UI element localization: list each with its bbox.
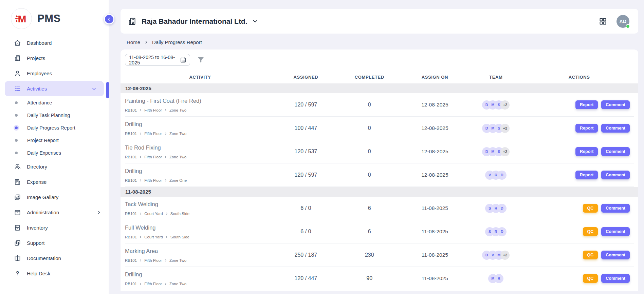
svg-text:M: M bbox=[18, 13, 26, 24]
actions-cell: QCComment bbox=[525, 227, 634, 236]
path-segment: Zone Two bbox=[169, 155, 186, 159]
sidebar-subitem-label: Daily Progress Report bbox=[27, 125, 75, 131]
activity-location-path: RB101Fifth FloorZone One bbox=[125, 178, 275, 182]
column-header-completed: COMPLETED bbox=[336, 75, 403, 80]
bullet-dot-icon bbox=[15, 152, 18, 154]
sidebar-subitem-label: Project Report bbox=[27, 138, 59, 143]
sidebar-item-directory[interactable]: Directory bbox=[0, 159, 109, 174]
sidebar-item-help-desk[interactable]: ?Help Desk bbox=[0, 266, 109, 281]
company-name: Raja Bahadur International Ltd. bbox=[142, 17, 247, 25]
sidebar-item-label: Image Gallary bbox=[27, 194, 109, 200]
sidebar-item-dashboard[interactable]: Dashboard bbox=[0, 35, 109, 51]
assign-on-date: 11-08-2025 bbox=[403, 252, 467, 258]
filter-row: 11-08-2025 to 16-08-2025 bbox=[125, 54, 634, 66]
header-right: AD bbox=[599, 15, 629, 28]
column-header-activity: ACTIVITY bbox=[125, 75, 275, 80]
path-segment: Fifth Floor bbox=[144, 132, 162, 136]
comment-button[interactable]: Comment bbox=[601, 124, 630, 133]
sidebar-item-daily-task-planning[interactable]: Daily Task Planning bbox=[0, 109, 109, 121]
report-button[interactable]: Report bbox=[575, 124, 598, 133]
activity-row: Tie Rod FixingRB101Fifth FloorZone Two12… bbox=[125, 140, 634, 163]
activity-cell: DrillingRB101Fifth FloorZone Two bbox=[125, 121, 275, 136]
comment-button[interactable]: Comment bbox=[601, 274, 630, 283]
sidebar-item-inventory[interactable]: Inventory bbox=[0, 220, 109, 235]
activity-title: Drilling bbox=[125, 121, 275, 128]
sidebar-item-label: Documentation bbox=[27, 255, 109, 261]
bullet-dot-icon bbox=[15, 101, 18, 104]
breadcrumb-chevron-icon bbox=[164, 109, 167, 112]
actions-cell: QCComment bbox=[525, 204, 634, 213]
store-icon bbox=[14, 224, 21, 232]
sidebar-item-documentation[interactable]: Documentation bbox=[0, 251, 109, 266]
breadcrumb-chevron-icon bbox=[139, 156, 142, 158]
comment-button[interactable]: Comment bbox=[601, 251, 630, 259]
chevron-down-icon bbox=[92, 86, 96, 91]
sidebar-item-administration[interactable]: Administration bbox=[0, 205, 109, 220]
sidebar-item-attendance[interactable]: Attendance bbox=[0, 96, 109, 109]
comment-button[interactable]: Comment bbox=[601, 147, 630, 156]
actions-cell: QCComment bbox=[525, 274, 634, 283]
building-icon bbox=[128, 17, 137, 26]
svg-text:?: ? bbox=[16, 270, 19, 277]
apps-grid-icon[interactable] bbox=[599, 17, 607, 25]
comment-button[interactable]: Comment bbox=[601, 227, 630, 236]
path-segment: Fifth Floor bbox=[144, 258, 162, 262]
report-button[interactable]: Report bbox=[575, 171, 598, 179]
chevron-right-icon bbox=[97, 210, 101, 215]
sidebar-item-projects[interactable]: Projects bbox=[0, 51, 109, 66]
sidebar-item-employees[interactable]: Employees bbox=[0, 66, 109, 81]
main-area: Raja Bahadur International Ltd. AD HomeD… bbox=[109, 0, 644, 294]
comment-button[interactable]: Comment bbox=[601, 100, 630, 109]
breadcrumb-chevron-icon bbox=[164, 259, 167, 262]
sidebar-item-support[interactable]: Support bbox=[0, 235, 109, 251]
path-segment: Fifth Floor bbox=[144, 108, 162, 112]
date-range-input[interactable]: 11-08-2025 to 16-08-2025 bbox=[125, 54, 190, 66]
sidebar-item-label: Employees bbox=[27, 71, 109, 76]
assigned-value: 250 / 187 bbox=[275, 252, 336, 258]
assigned-value: 120 / 447 bbox=[275, 275, 336, 281]
sidebar-item-image-gallary[interactable]: Image Gallary bbox=[0, 190, 109, 205]
assigned-value: 100 / 447 bbox=[275, 125, 336, 131]
team-more-badge[interactable]: +2 bbox=[500, 100, 510, 110]
comment-button[interactable]: Comment bbox=[601, 171, 630, 179]
breadcrumb-chevron-icon bbox=[139, 132, 142, 135]
sidebar-collapse-button[interactable] bbox=[104, 14, 114, 24]
sidebar-item-label: Help Desk bbox=[27, 271, 109, 276]
sidebar-item-activities[interactable]: Activities bbox=[5, 81, 104, 96]
report-button[interactable]: Report bbox=[575, 147, 598, 156]
completed-value: 0 bbox=[336, 125, 403, 131]
company-selector[interactable]: Raja Bahadur International Ltd. bbox=[128, 17, 258, 26]
path-segment: Fifth Floor bbox=[144, 155, 162, 159]
sidebar-item-expense[interactable]: Expense bbox=[0, 174, 109, 190]
breadcrumb: HomeDaily Progress Report bbox=[121, 34, 638, 50]
sidebar-item-project-report[interactable]: Project Report bbox=[0, 134, 109, 146]
avatar-initials: AD bbox=[619, 19, 626, 24]
sidebar-item-label: Dashboard bbox=[27, 40, 109, 46]
qc-button[interactable]: QC bbox=[583, 251, 598, 259]
receipt-icon bbox=[14, 178, 21, 186]
activity-title: Tack Welding bbox=[125, 201, 275, 208]
qc-button[interactable]: QC bbox=[583, 274, 598, 283]
sidebar-item-daily-expenses[interactable]: Daily Expenses bbox=[0, 146, 109, 159]
assigned-value: 120 / 597 bbox=[275, 102, 336, 108]
path-segment: Fifth Floor bbox=[144, 282, 162, 286]
activity-title: Marking Area bbox=[125, 248, 275, 254]
assigned-value: 120 / 597 bbox=[275, 172, 336, 178]
qc-button[interactable]: QC bbox=[583, 204, 598, 213]
team-more-badge[interactable]: +2 bbox=[500, 251, 510, 260]
breadcrumb-item-home[interactable]: Home bbox=[127, 39, 140, 45]
path-segment: RB101 bbox=[125, 282, 137, 286]
qc-button[interactable]: QC bbox=[583, 227, 598, 236]
sidebar-item-daily-progress-report[interactable]: Daily Progress Report bbox=[0, 121, 109, 134]
sidebar-item-label: Activities bbox=[27, 86, 86, 92]
person-icon bbox=[14, 70, 21, 77]
team-more-badge[interactable]: +2 bbox=[500, 124, 510, 133]
comment-button[interactable]: Comment bbox=[601, 204, 630, 213]
team-more-badge[interactable]: +2 bbox=[500, 147, 510, 156]
report-button[interactable]: Report bbox=[575, 100, 598, 109]
team-avatar: D bbox=[497, 204, 507, 213]
breadcrumb-chevron-icon bbox=[139, 109, 142, 112]
filter-icon[interactable] bbox=[197, 56, 205, 64]
path-segment: Court Yard bbox=[144, 235, 163, 239]
avatar[interactable]: AD bbox=[617, 15, 629, 28]
